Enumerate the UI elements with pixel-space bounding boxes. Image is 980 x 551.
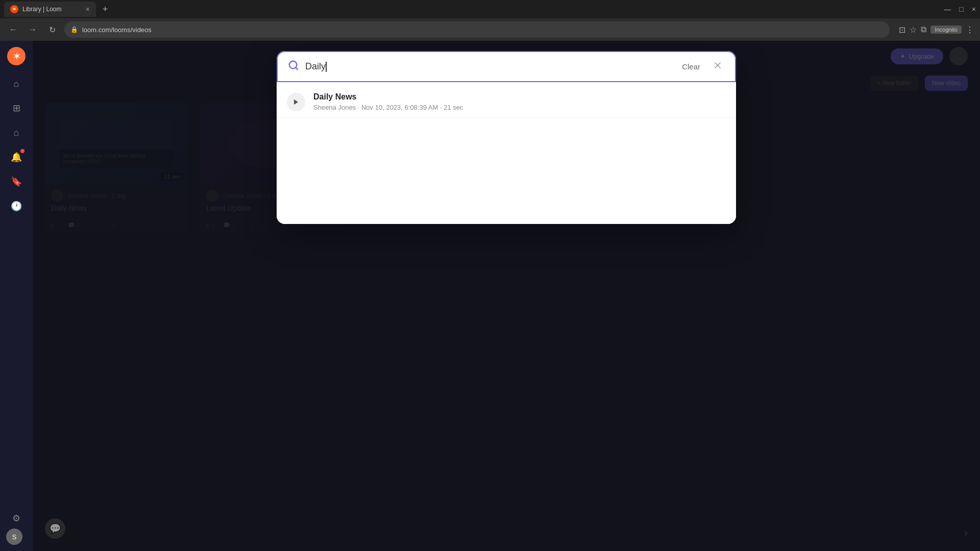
- result-author: Sheena Jones: [313, 104, 356, 111]
- close-search-button[interactable]: [710, 58, 725, 75]
- svg-line-1: [296, 67, 298, 69]
- search-text: Daily: [305, 61, 326, 72]
- search-result-item[interactable]: Daily News Sheena Jones · Nov 10, 2023, …: [277, 86, 736, 118]
- play-icon: [287, 93, 305, 111]
- bookmark-icon[interactable]: ☆: [910, 25, 917, 35]
- window-controls: — □ ×: [944, 5, 976, 13]
- sidebar-bottom: ⚙ S: [6, 508, 27, 545]
- result-meta: Sheena Jones · Nov 10, 2023, 6:08:39 AM …: [313, 104, 726, 111]
- clear-button[interactable]: Clear: [678, 60, 704, 73]
- app-container: ✶ ⌂ ⊞ ⌂ 🔔 🔖 🕐 ⚙ S: [0, 41, 980, 551]
- search-modal: Daily Clear: [277, 51, 736, 224]
- browser-actions: ⊡ ☆ ⧉ Incognito ⋮: [899, 25, 974, 35]
- sidebar-item-history[interactable]: 🕐: [6, 196, 27, 216]
- cast-icon[interactable]: ⊡: [899, 25, 905, 35]
- result-separator-1: ·: [358, 104, 361, 111]
- menu-icon[interactable]: ⋮: [966, 25, 974, 35]
- bookmark-icon: 🔖: [11, 176, 22, 187]
- sidebar-item-grid[interactable]: ⊞: [6, 98, 27, 118]
- search-icon: [288, 60, 299, 73]
- win-minimize-button[interactable]: —: [944, 5, 951, 13]
- library-icon: ⌂: [14, 128, 19, 138]
- incognito-badge: Incognito: [930, 26, 962, 34]
- clock-icon: 🕐: [11, 201, 22, 212]
- tab-close-button[interactable]: ×: [86, 5, 90, 13]
- url-text: loom.com/looms/videos: [82, 26, 152, 34]
- sidebar-item-notifications[interactable]: 🔔: [6, 147, 27, 167]
- extensions-icon[interactable]: ⧉: [921, 25, 926, 34]
- sidebar-item-library[interactable]: ⌂: [6, 122, 27, 143]
- home-icon: ⌂: [14, 79, 19, 89]
- tab-favicon: ✶: [10, 5, 18, 13]
- search-header: Daily Clear: [277, 51, 736, 82]
- app-logo[interactable]: ✶: [7, 47, 26, 65]
- gear-icon: ⚙: [12, 513, 20, 524]
- user-avatar[interactable]: S: [6, 529, 22, 545]
- lock-icon: 🔒: [70, 26, 78, 33]
- result-date: Nov 10, 2023, 6:08:39 AM: [361, 104, 438, 111]
- tab-title: Library | Loom: [22, 6, 61, 13]
- sidebar-item-settings[interactable]: ⚙: [6, 508, 27, 529]
- modal-overlay: Daily Clear: [33, 41, 980, 551]
- grid-icon: ⊞: [13, 103, 20, 114]
- sidebar-item-saved[interactable]: 🔖: [6, 171, 27, 192]
- browser-chrome: ✶ Library | Loom × + — □ × ← → ↻ 🔒 loom.…: [0, 0, 980, 41]
- main-content: ✦ Upgrade + New folder New video: [33, 41, 980, 551]
- new-tab-button[interactable]: +: [98, 2, 112, 16]
- text-cursor: [326, 62, 327, 72]
- win-close-button[interactable]: ×: [972, 5, 976, 13]
- search-input-wrapper[interactable]: Daily: [305, 61, 672, 72]
- search-results: Daily News Sheena Jones · Nov 10, 2023, …: [277, 82, 736, 122]
- address-bar[interactable]: 🔒 loom.com/looms/videos: [64, 21, 890, 38]
- active-tab[interactable]: ✶ Library | Loom ×: [4, 2, 96, 17]
- svg-marker-4: [294, 99, 298, 105]
- forward-button[interactable]: →: [26, 22, 40, 37]
- sidebar: ✶ ⌂ ⊞ ⌂ 🔔 🔖 🕐 ⚙ S: [0, 41, 33, 551]
- sidebar-item-home[interactable]: ⌂: [6, 73, 27, 94]
- win-maximize-button[interactable]: □: [959, 5, 963, 13]
- browser-controls-row: ← → ↻ 🔒 loom.com/looms/videos ⊡ ☆ ⧉ Inco…: [0, 18, 980, 41]
- notification-badge: [20, 149, 24, 153]
- tab-bar: ✶ Library | Loom × + — □ ×: [0, 0, 980, 18]
- back-button[interactable]: ←: [6, 22, 20, 37]
- result-info: Daily News Sheena Jones · Nov 10, 2023, …: [313, 92, 726, 111]
- search-empty-area: [277, 122, 736, 224]
- result-title: Daily News: [313, 92, 726, 102]
- result-duration: 21 sec: [444, 104, 463, 111]
- refresh-button[interactable]: ↻: [45, 22, 59, 37]
- bell-icon: 🔔: [11, 152, 22, 163]
